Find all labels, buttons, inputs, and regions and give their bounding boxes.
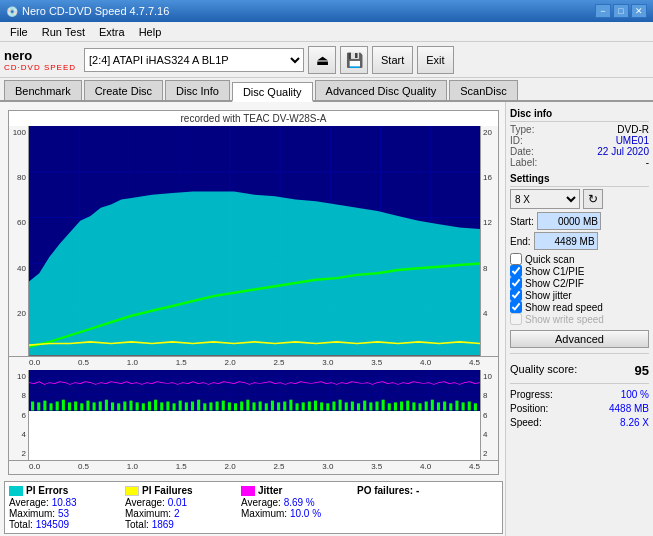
show-jitter-row: Show jitter bbox=[510, 289, 649, 301]
position-row: Position: 4488 MB bbox=[510, 403, 649, 414]
show-c1-checkbox[interactable] bbox=[510, 265, 522, 277]
quick-scan-checkbox[interactable] bbox=[510, 253, 522, 265]
pi-errors-color bbox=[9, 486, 23, 496]
start-input[interactable] bbox=[537, 212, 601, 230]
pi-failures-max: 2 bbox=[174, 508, 180, 519]
svg-rect-33 bbox=[80, 403, 83, 410]
show-jitter-checkbox[interactable] bbox=[510, 289, 522, 301]
show-c2-checkbox[interactable] bbox=[510, 277, 522, 289]
title-bar-left: 💿 Nero CD-DVD Speed 4.7.7.16 bbox=[6, 5, 169, 17]
speed-row: 8 X ↻ bbox=[510, 189, 649, 209]
right-panel: Disc info Type: DVD-R ID: UME01 Date: 22… bbox=[505, 102, 653, 536]
svg-rect-61 bbox=[252, 402, 255, 410]
quality-score-label: Quality score: bbox=[510, 363, 577, 378]
eject-button[interactable]: ⏏ bbox=[308, 46, 336, 74]
quality-score-value: 95 bbox=[635, 363, 649, 378]
svg-rect-30 bbox=[62, 400, 65, 411]
svg-rect-52 bbox=[197, 400, 200, 411]
exit-button[interactable]: Exit bbox=[417, 46, 453, 74]
speed-selector[interactable]: 8 X bbox=[510, 189, 580, 209]
drive-selector[interactable]: [2:4] ATAPI iHAS324 A BL1P bbox=[84, 48, 304, 72]
pi-failures-label: PI Failures bbox=[142, 485, 193, 496]
minimize-button[interactable]: − bbox=[595, 4, 611, 18]
lower-chart-container: 10 8 6 4 2 bbox=[9, 370, 498, 460]
title-bar-controls: − □ ✕ bbox=[595, 4, 647, 18]
tab-disc-info[interactable]: Disc Info bbox=[165, 80, 230, 100]
svg-rect-66 bbox=[283, 402, 286, 411]
toolbar: nero CD·DVD SPEED [2:4] ATAPI iHAS324 A … bbox=[0, 42, 653, 78]
end-input[interactable] bbox=[534, 232, 598, 250]
svg-rect-50 bbox=[185, 402, 188, 410]
svg-rect-86 bbox=[406, 401, 409, 411]
svg-rect-67 bbox=[289, 400, 292, 411]
svg-rect-43 bbox=[142, 403, 145, 410]
checkboxes-section: Quick scan Show C1/PIE Show C2/PIF Show … bbox=[510, 253, 649, 325]
upper-y-axis-left: 100 80 60 40 20 bbox=[9, 126, 29, 356]
disc-id-row: ID: UME01 bbox=[510, 135, 649, 146]
menu-file[interactable]: File bbox=[4, 25, 34, 39]
svg-rect-65 bbox=[277, 402, 280, 410]
menu-run-test[interactable]: Run Test bbox=[36, 25, 91, 39]
close-button[interactable]: ✕ bbox=[631, 4, 647, 18]
tab-advanced-disc-quality[interactable]: Advanced Disc Quality bbox=[315, 80, 448, 100]
tab-disc-quality[interactable]: Disc Quality bbox=[232, 82, 313, 102]
chart-container: recorded with TEAC DV-W28S-A 100 80 60 4… bbox=[4, 106, 503, 534]
upper-chart-container: 100 80 60 40 20 bbox=[9, 126, 498, 356]
nero-subtitle: CD·DVD SPEED bbox=[4, 63, 76, 72]
svg-rect-72 bbox=[320, 402, 323, 410]
menu-extra[interactable]: Extra bbox=[93, 25, 131, 39]
tab-bar: Benchmark Create Disc Disc Info Disc Qua… bbox=[0, 78, 653, 102]
menu-help[interactable]: Help bbox=[133, 25, 168, 39]
svg-rect-26 bbox=[37, 402, 40, 410]
svg-rect-42 bbox=[136, 402, 139, 410]
jitter-max: 10.0 % bbox=[290, 508, 321, 519]
disc-id-value: UME01 bbox=[616, 135, 649, 146]
refresh-button[interactable]: ↻ bbox=[583, 189, 603, 209]
svg-rect-83 bbox=[388, 403, 391, 410]
svg-rect-78 bbox=[357, 403, 360, 410]
svg-rect-70 bbox=[308, 402, 311, 411]
progress-label: Progress: bbox=[510, 389, 553, 400]
svg-rect-71 bbox=[314, 401, 317, 411]
svg-rect-91 bbox=[437, 402, 440, 410]
svg-rect-34 bbox=[86, 401, 89, 411]
svg-marker-12 bbox=[29, 191, 480, 355]
svg-rect-94 bbox=[455, 401, 458, 411]
svg-rect-48 bbox=[173, 403, 176, 410]
advanced-button[interactable]: Advanced bbox=[510, 330, 649, 348]
maximize-button[interactable]: □ bbox=[613, 4, 629, 18]
svg-rect-77 bbox=[351, 402, 354, 411]
show-read-speed-checkbox[interactable] bbox=[510, 301, 522, 313]
start-row: Start: bbox=[510, 212, 649, 230]
app-icon: 💿 bbox=[6, 6, 18, 17]
svg-rect-49 bbox=[179, 401, 182, 411]
nero-logo-text: nero bbox=[4, 48, 76, 63]
svg-rect-90 bbox=[431, 400, 434, 411]
legend-pi-errors: PI Errors Average: 10.83 Maximum: 53 Tot… bbox=[9, 485, 119, 530]
svg-rect-29 bbox=[56, 402, 59, 411]
chart-area: recorded with TEAC DV-W28S-A 100 80 60 4… bbox=[8, 110, 499, 475]
tab-scan-disc[interactable]: ScanDisc bbox=[449, 80, 517, 100]
svg-rect-39 bbox=[117, 403, 120, 410]
disc-label-value: - bbox=[646, 157, 649, 168]
tab-benchmark[interactable]: Benchmark bbox=[4, 80, 82, 100]
svg-rect-38 bbox=[111, 402, 114, 410]
disc-label-row: Label: - bbox=[510, 157, 649, 168]
position-value: 4488 MB bbox=[609, 403, 649, 414]
svg-rect-88 bbox=[419, 403, 422, 410]
svg-rect-62 bbox=[259, 402, 262, 411]
save-button[interactable]: 💾 bbox=[340, 46, 368, 74]
quick-scan-row: Quick scan bbox=[510, 253, 649, 265]
jitter-label: Jitter bbox=[258, 485, 282, 496]
title-bar-text: Nero CD-DVD Speed 4.7.7.16 bbox=[22, 5, 169, 17]
svg-rect-81 bbox=[375, 402, 378, 411]
start-button[interactable]: Start bbox=[372, 46, 413, 74]
svg-rect-55 bbox=[216, 402, 219, 411]
lower-y-axis-right: 10 8 6 4 2 bbox=[480, 370, 498, 460]
legend-jitter: Jitter Average: 8.69 % Maximum: 10.0 % bbox=[241, 485, 351, 519]
quick-scan-label: Quick scan bbox=[525, 254, 574, 265]
upper-y-axis-right: 20 16 12 8 4 bbox=[480, 126, 498, 356]
tab-create-disc[interactable]: Create Disc bbox=[84, 80, 163, 100]
legend-pi-failures: PI Failures Average: 0.01 Maximum: 2 Tot… bbox=[125, 485, 235, 530]
svg-rect-45 bbox=[154, 400, 157, 411]
